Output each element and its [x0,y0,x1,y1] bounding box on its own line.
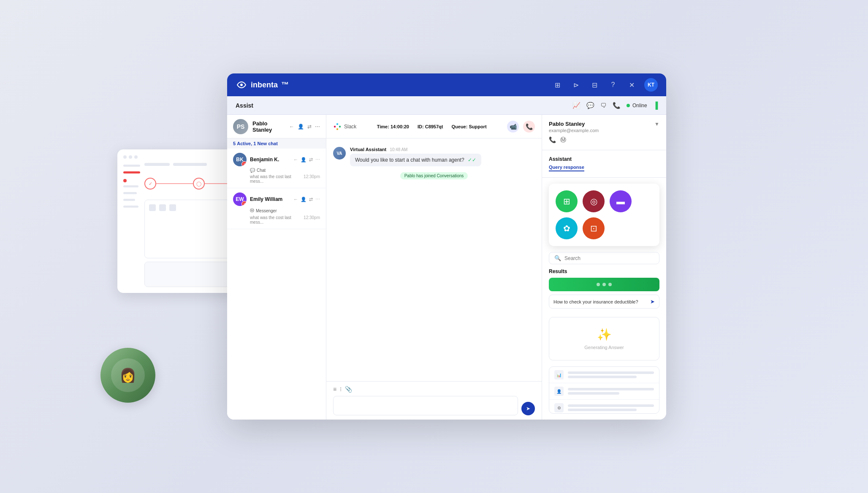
messenger-icon: Ⓜ [250,208,254,214]
conv-item-header-2: EW 3 Emily William ← 👤 ⇄ ⋯ [233,192,320,206]
screenshot-integration-icon[interactable]: ⊡ [583,217,605,239]
conv-header-name: Pablo Stanley [252,120,285,133]
results-label: Results [549,268,659,274]
bar-chart-icon[interactable]: ▐ [653,102,658,109]
result-list-item-2: 👤 [549,383,659,400]
search-input[interactable] [564,255,654,261]
back-icon-2[interactable]: ← [293,157,298,163]
add-icon-2[interactable]: 👤 [301,157,307,163]
line-2a [568,388,654,390]
conv-preview-1: what was the cost last mess... 12:30pm [250,174,320,184]
person-add-icon[interactable]: 👤 [298,124,304,130]
join-notification: Pablo has joined Conversations [333,171,535,179]
line-3a [568,404,654,407]
user-avatar[interactable]: KT [644,78,658,92]
conversations-sidebar: PS Pablo Stanley ← 👤 ⇄ ⋯ 5 Active, 1 [227,115,326,420]
loading-dots [597,283,612,286]
read-checkmark: ✓✓ [468,157,476,163]
message-text-1: Would you like to start a chat with huma… [355,157,464,163]
conv-item-header-1: BK 3 Benjamin K. ← 👤 ⇄ ⋯ [233,153,320,166]
active-conversation-header: PS Pablo Stanley ← 👤 ⇄ ⋯ [227,115,326,138]
back-icon[interactable]: ← [289,124,294,130]
result-person-icon: 👤 [554,387,564,396]
conversation-item-benjamin[interactable]: BK 3 Benjamin K. ← 👤 ⇄ ⋯ [227,149,326,188]
top-navigation: inbenta™ ⊞ ⊳ ⊟ ? ✕ KT [227,73,666,96]
search-section: 🔍 Results How to check y [542,252,666,317]
transfer-icon-3[interactable]: ⇄ [309,197,313,202]
bookmark-nav-icon[interactable]: ⊳ [570,79,582,91]
transfer-icon[interactable]: ⇄ [307,124,312,130]
more-icon[interactable]: ⋯ [315,124,320,130]
more-icon-3[interactable]: ⋯ [315,197,320,202]
step-2: ◯ [193,178,205,190]
result-item-1[interactable]: How to check your insurance deductible? … [549,295,659,309]
phone-icon[interactable]: 📞 [613,102,621,109]
preview-text-2: what was the cost last mess... [250,215,304,225]
queue-value: Support [469,124,486,129]
flower-integration-icon[interactable]: ✿ [556,217,578,239]
message-time-1: 10:48 AM [390,147,407,152]
conv-item-left-1: BK 3 Benjamin K. [233,153,279,166]
chat-input-field[interactable] [333,396,518,415]
conv-item-actions-1: ← 👤 ⇄ ⋯ [293,157,320,163]
grid-integration-icon[interactable]: ⊞ [556,190,578,212]
close-nav-icon[interactable]: ✕ [626,79,637,91]
target-integration-icon[interactable]: ◎ [583,190,605,212]
status-badge: Online [627,103,647,108]
step-1: ✓ [144,178,156,190]
result-text-1: How to check your insurance deductible? [553,299,638,304]
chat-meta: Time: 14:00:20 ID: C8957qt Queue: Suppor… [361,124,502,129]
active-count: 5 [233,141,236,146]
chat-toolbar: ≡ ⁝ 📎 [333,386,535,393]
dot-1 [597,283,600,286]
end-call-button[interactable]: 📞 [523,121,535,133]
dot-2 [602,283,606,286]
chat-icon[interactable]: 🗨 [600,102,607,109]
chart-icon[interactable]: 📈 [572,102,580,109]
chat-channel-icon: 💬 [250,168,255,173]
transfer-icon-2[interactable]: ⇄ [309,157,313,163]
generating-text: Generating Answer [584,345,624,350]
new-count: 1 [253,141,256,146]
clipboard-nav-icon[interactable]: ⊟ [589,79,600,91]
more-icon-2[interactable]: ⋯ [315,157,320,163]
conv-preview-2: what was the cost last mess... 12:30pm [250,215,320,225]
conv-header-avatar-img: PS [233,119,248,134]
conversation-item-emily[interactable]: EW 3 Emily William ← 👤 ⇄ ⋯ [227,188,326,229]
line-3b [568,409,637,411]
svg-rect-3 [336,128,338,130]
unordered-list-icon[interactable]: ⁝ [340,386,342,393]
queue-label: Queue: [451,124,467,129]
back-icon-3[interactable]: ← [293,197,298,202]
main-content: PS Pablo Stanley ← 👤 ⇄ ⋯ 5 Active, 1 [227,115,666,420]
slack-icon [333,122,342,131]
line-1b [568,376,637,378]
phone-contact-icon[interactable]: 📞 [549,136,556,144]
nav-icons: ⊞ ⊳ ⊟ ? ✕ KT [551,78,658,92]
attach-icon[interactable]: 📎 [345,386,352,393]
ordered-list-icon[interactable]: ≡ [333,386,336,393]
main-app-window: inbenta™ ⊞ ⊳ ⊟ ? ✕ KT Assist 📈 💬 🗨 📞 [227,73,666,420]
chat-id: ID: C8957qt [418,124,443,129]
send-button[interactable]: ➤ [521,402,535,415]
chevron-down-icon[interactable]: ▼ [654,121,659,127]
result-settings-icon: ⚙ [554,403,564,412]
bubble-icon[interactable]: 💬 [586,102,594,109]
conv-header-avatar: PS [233,119,248,134]
result-chart-icon: 📊 [554,370,564,379]
new-label: New chat [258,141,278,146]
video-call-button[interactable]: 📹 [507,121,519,133]
grid-nav-icon[interactable]: ⊞ [551,79,563,91]
query-response-tab[interactable]: Query response [549,165,584,171]
integration-icons-panel: ⊞ ◎ ▬ ✿ ⊡ [549,184,659,246]
messenger-contact-icon[interactable]: Ⓜ [560,136,566,144]
message-integration-icon[interactable]: ▬ [610,190,632,212]
contact-header: Pablo Stanley ▼ example@example.com 📞 Ⓜ [542,115,666,150]
add-icon-3[interactable]: 👤 [301,197,307,202]
result-list-item-3: ⚙ [549,400,659,414]
channel-logo: Slack [333,122,356,131]
help-nav-icon[interactable]: ? [607,79,619,91]
result-list-item-1: 📊 [549,367,659,383]
chat-area: Slack Time: 14:00:20 ID: C8957qt Queue: [326,115,542,420]
chat-header: Slack Time: 14:00:20 ID: C8957qt Queue: [326,115,542,138]
